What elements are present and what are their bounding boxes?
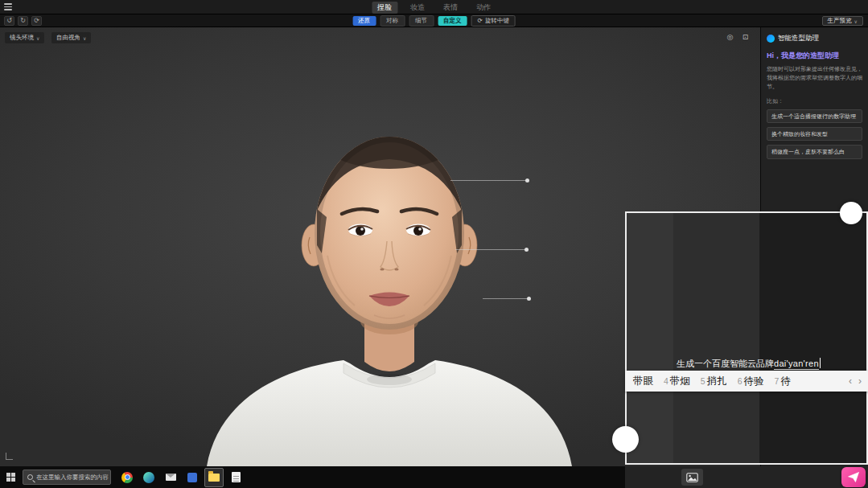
face-guide-eye[interactable] [455, 249, 526, 250]
custom-button[interactable]: 自定义 [438, 16, 467, 27]
candidate-text: 待验 [744, 375, 764, 388]
assistant-greeting: Hi，我是您的造型助理 [767, 51, 862, 61]
menu-icon[interactable] [0, 0, 16, 14]
toolbar: ↺ ↻ ⟳ 还原 对称 细节 自定义 ⟳ 旋转中键 生产预览 ∨ [0, 14, 868, 27]
app-window: 捏脸 妆造 表情 动作 ↺ ↻ ⟳ 还原 对称 细节 自定义 ⟳ 旋转中键 生产… [0, 0, 868, 488]
tab-makeup[interactable]: 妆造 [405, 2, 430, 14]
camera-env-dropdown[interactable]: 镜头环境 ∨ [5, 32, 44, 43]
app-icon [187, 473, 197, 482]
ime-candidate[interactable]: 5 捎扎 [701, 375, 727, 388]
production-preview-label: 生产预览 [828, 17, 852, 25]
ime-candidate[interactable]: 6 待验 [738, 375, 764, 388]
ime-composition-text: dai'yan'ren [774, 359, 819, 370]
suggestion-chip[interactable]: 生成一个适合播报银行的数字助理 [767, 109, 862, 123]
notes-icon [232, 472, 241, 482]
view-controls: ◎ ⊡ [725, 31, 751, 42]
free-view-label: 自由视角 [56, 34, 80, 42]
taskbar-icon-mail[interactable] [161, 468, 180, 487]
search-icon [27, 474, 33, 480]
image-icon [686, 473, 698, 482]
tab-face-sculpt[interactable]: 捏脸 [372, 2, 397, 14]
committed-text: 生成一个百度智能云品牌 [677, 358, 774, 370]
taskbar-icon-app[interactable] [183, 468, 202, 487]
undo-icon[interactable]: ↺ [4, 16, 14, 26]
redo-icon[interactable]: ↻ [18, 16, 28, 26]
chat-input-text[interactable]: 生成一个百度智能云品牌 dai'yan'ren [677, 356, 821, 370]
cursor-highlight-circle [612, 426, 639, 453]
send-button[interactable] [841, 467, 866, 487]
search-placeholder: 在这里输入你要搜索的内容 [36, 474, 109, 482]
chevron-down-icon: ∨ [36, 35, 39, 41]
taskbar-icon-notes[interactable] [226, 468, 245, 487]
candidate-text: 待 [780, 375, 791, 388]
ime-paging: ‹ › [849, 375, 862, 387]
eye-toggle-icon[interactable]: ◎ [725, 31, 735, 42]
capture-overlay-window: 生成一个百度智能云品牌 dai'yan'ren 带眼 4 带烟 5 捎扎 6 待… [625, 211, 868, 465]
corner-marker-icon [6, 453, 13, 460]
ime-next-icon[interactable]: › [858, 375, 862, 387]
reset-button[interactable]: 还原 [352, 16, 376, 27]
candidate-text: 带眼 [633, 375, 653, 388]
overlay-background [627, 213, 673, 463]
assistant-title: 智能造型助理 [778, 34, 819, 43]
history-buttons: ↺ ↻ ⟳ [4, 16, 42, 26]
image-upload-button[interactable] [681, 469, 703, 486]
rotate-middle-label: 旋转中键 [485, 18, 509, 24]
suggestion-chip[interactable]: 稍微瘦一点，皮肤不要那么白 [767, 145, 862, 158]
candidate-index: 7 [775, 376, 780, 386]
detail-button[interactable]: 细节 [409, 15, 434, 27]
face-guide-brow[interactable] [450, 180, 527, 181]
ime-candidate[interactable]: 带眼 [631, 375, 653, 388]
ime-prev-icon[interactable]: ‹ [849, 375, 852, 387]
tab-motion[interactable]: 动作 [471, 2, 496, 14]
mail-icon [166, 474, 176, 481]
face-guide-mouth[interactable] [483, 298, 529, 299]
candidate-text: 带烟 [670, 375, 690, 388]
text-caret [820, 358, 821, 368]
camera-env-label: 镜头环境 [10, 34, 34, 42]
taskbar-search-input[interactable]: 在这里输入你要搜索的内容 [23, 470, 111, 485]
paper-plane-icon [848, 472, 859, 482]
rotate-middle-button[interactable]: ⟳ 旋转中键 [471, 15, 516, 27]
start-button[interactable] [0, 466, 21, 488]
suggestion-chip[interactable]: 换个精致的妆容和发型 [767, 127, 862, 141]
tab-expression[interactable]: 表情 [438, 2, 463, 14]
production-preview-button[interactable]: 生产预览 ∨ [822, 16, 863, 26]
symmetry-button[interactable]: 对称 [380, 15, 405, 27]
rotate-icon: ⟳ [478, 18, 483, 24]
edit-mode-buttons: 还原 对称 细节 自定义 ⟳ 旋转中键 [352, 14, 516, 27]
cursor-highlight-circle [840, 202, 862, 224]
candidate-text: 捎扎 [707, 375, 727, 388]
candidate-index: 4 [664, 376, 668, 386]
digital-human-figure [207, 80, 577, 466]
edge-icon [143, 472, 154, 483]
assistant-example-label: 比如： [767, 97, 862, 105]
chrome-icon [121, 472, 133, 483]
fullscreen-icon[interactable]: ⊡ [740, 31, 751, 42]
assistant-input-bar [625, 466, 868, 488]
candidate-index: 5 [701, 376, 706, 386]
titlebar: 捏脸 妆造 表情 动作 [0, 0, 868, 14]
chevron-down-icon: ∨ [83, 35, 86, 41]
main-tabs: 捏脸 妆造 表情 动作 [372, 0, 496, 14]
assistant-avatar-icon [767, 35, 775, 43]
taskbar-icon-folder-active[interactable] [204, 468, 224, 487]
chevron-down-icon: ∨ [854, 18, 858, 24]
candidate-index: 6 [738, 376, 743, 386]
ime-candidate[interactable]: 4 带烟 [664, 375, 690, 388]
ime-candidate-bar: 带眼 4 带烟 5 捎扎 6 待验 7 待 ‹ › [625, 371, 868, 392]
free-view-dropdown[interactable]: 自由视角 ∨ [51, 32, 91, 43]
taskbar-icon-chrome[interactable] [117, 468, 137, 487]
taskbar-icons [117, 468, 245, 487]
folder-icon [208, 474, 220, 482]
ime-candidate[interactable]: 7 待 [775, 375, 791, 388]
taskbar-icon-edge[interactable] [139, 468, 158, 487]
overlay-panel-shade [759, 213, 866, 463]
assistant-description: 您随时可以对形象提出任何修改意见，我将根据您的需求帮您调整数字人的细节。 [767, 65, 862, 92]
assistant-header: 智能造型助理 [767, 34, 862, 43]
windows-logo-icon [6, 473, 15, 482]
refresh-icon[interactable]: ⟳ [31, 16, 42, 26]
